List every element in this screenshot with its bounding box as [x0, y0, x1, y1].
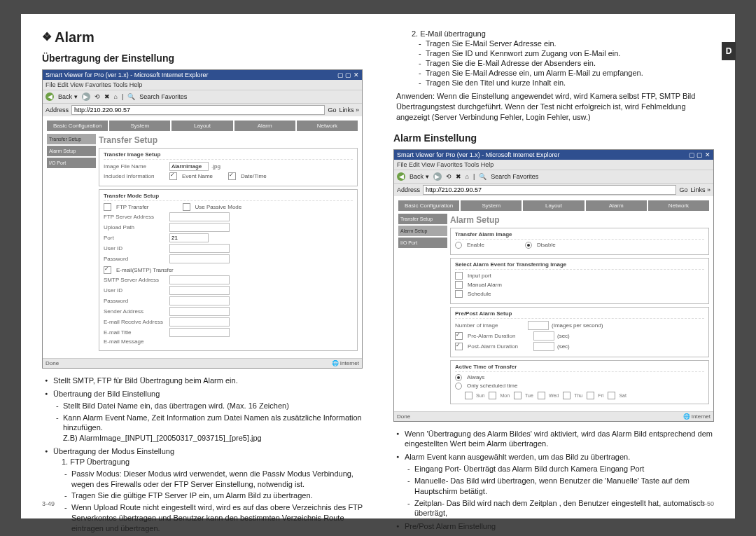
smtp-pass-input[interactable] — [169, 296, 230, 305]
pre-alarm-input[interactable] — [533, 331, 554, 341]
radio-enable[interactable] — [455, 242, 462, 249]
stop-icon[interactable]: ✖ — [104, 93, 110, 100]
search-icon[interactable]: 🔍 — [479, 173, 486, 180]
refresh-icon[interactable]: ⟲ — [446, 173, 451, 180]
refresh-icon[interactable]: ⟲ — [94, 93, 100, 100]
ftp-server-input[interactable] — [169, 212, 230, 221]
radio-scheduled[interactable] — [455, 383, 462, 390]
smtp-receiver-input[interactable] — [169, 317, 230, 327]
url-input[interactable] — [423, 185, 676, 195]
panel-prepost: Pre/Post Alarm Setup Number of image(Ima… — [450, 307, 709, 357]
page-number-left: 3-49 — [42, 500, 55, 507]
section-heading-transfer: Übertragung der Einstellung — [42, 53, 363, 64]
window-controls[interactable]: ▢ ▢ ✕ — [337, 71, 359, 78]
tab-basic[interactable]: Basic Configuration — [47, 121, 108, 131]
left-bullets: Stellt SMTP, FTP für Bild Übertragung be… — [42, 376, 363, 532]
go-button[interactable]: Go — [328, 106, 336, 114]
url-input[interactable] — [71, 105, 325, 115]
browser-toolbar[interactable]: ◀ Back ▾ ▶ ⟲ ✖ ⌂ | 🔍 Search Favorites — [394, 170, 713, 183]
section-heading-alarm: Alarm Einstellung — [393, 132, 714, 144]
sidebar-item-transfer[interactable]: Transfer Setup — [398, 214, 447, 224]
checkbox-schedule[interactable] — [455, 290, 463, 298]
checkbox-smtp[interactable] — [104, 266, 111, 274]
checkbox-post-alarm[interactable] — [455, 343, 463, 350]
tab-alarm[interactable]: Alarm — [586, 200, 647, 211]
forward-icon[interactable]: ▶ — [82, 92, 90, 101]
go-button[interactable]: Go — [679, 186, 687, 193]
internet-icon: 🌐 — [683, 413, 690, 420]
sidebar-item-alarm[interactable]: Alarm Setup — [398, 226, 447, 236]
back-icon[interactable]: ◀ — [397, 172, 405, 181]
page-title: ❖Alarm — [42, 29, 363, 46]
panel-transfer-alarm-image: Transfer Alarm Image Enable Disable — [450, 228, 709, 255]
page-number-right: 3-50 — [701, 500, 714, 507]
content-title: Alarm Setup — [450, 215, 709, 225]
sidebar-item-transfer[interactable]: Transfer Setup — [47, 134, 96, 144]
window-title-bar: Smart Viewer for Pro (ver 1.x) - Microso… — [394, 150, 713, 160]
home-icon[interactable]: ⌂ — [465, 173, 469, 180]
post-alarm-input[interactable] — [533, 342, 554, 351]
browser-menu[interactable]: File Edit View Favorites Tools Help — [43, 80, 362, 90]
checkbox-input-port[interactable] — [455, 272, 463, 280]
tab-network[interactable]: Network — [648, 200, 709, 211]
smtp-user-input[interactable] — [169, 286, 230, 295]
num-image-input[interactable] — [528, 321, 549, 330]
upload-path-input[interactable] — [169, 223, 230, 232]
tab-system[interactable]: System — [109, 121, 170, 131]
panel-image-setup: Transfer Image Setup Image File Name .jp… — [99, 148, 358, 186]
address-bar[interactable]: Address Go Links » — [394, 183, 713, 196]
radio-always[interactable] — [455, 374, 462, 381]
search-icon[interactable]: 🔍 — [127, 93, 135, 100]
home-icon[interactable]: ⌂ — [114, 93, 118, 100]
checkbox-event-name[interactable] — [169, 172, 177, 180]
forward-icon[interactable]: ▶ — [433, 172, 442, 181]
radio-disable[interactable] — [525, 242, 532, 249]
sidebar-item-ioport[interactable]: I/O Port — [398, 238, 447, 248]
tab-basic[interactable]: Basic Configuration — [398, 200, 459, 211]
tab-system[interactable]: System — [461, 200, 522, 211]
stop-icon[interactable]: ✖ — [456, 173, 461, 180]
ftp-port-input[interactable] — [169, 233, 209, 242]
image-filename-input[interactable] — [169, 162, 209, 171]
tab-network[interactable]: Network — [297, 121, 358, 131]
panel-active-time: Active Time of Transfer Always Only sche… — [450, 360, 709, 404]
browser-alarm: Smart Viewer for Pro (ver 1.x) - Microso… — [393, 149, 714, 422]
content-title: Transfer Setup — [99, 135, 358, 145]
browser-menu[interactable]: File Edit View Favorites Tools Help — [394, 160, 713, 170]
smtp-server-input[interactable] — [169, 275, 230, 284]
panel-select-event: Select Alarm Event for Transferring Imag… — [450, 258, 709, 304]
browser-toolbar[interactable]: ◀ Back ▾ ▶ ⟲ ✖ ⌂ | 🔍 Search Favorites — [43, 90, 362, 103]
ftp-pass-input[interactable] — [169, 254, 230, 263]
smtp-sender-input[interactable] — [169, 307, 230, 316]
browser-transfer: Smart Viewer for Pro (ver 1.x) - Microso… — [42, 69, 363, 369]
ftp-user-input[interactable] — [169, 244, 230, 253]
tab-alarm[interactable]: Alarm — [234, 121, 295, 131]
panel-mode-setup: Transfer Mode Setup FTP Transfer Use Pas… — [99, 189, 358, 351]
checkbox-ftp[interactable] — [104, 203, 111, 211]
back-icon[interactable]: ◀ — [46, 92, 54, 101]
window-controls[interactable]: ▢ ▢ ✕ — [689, 151, 710, 158]
sidebar-item-alarm[interactable]: Alarm Setup — [47, 146, 96, 156]
tab-layout[interactable]: Layout — [172, 121, 232, 131]
internet-icon: 🌐 — [332, 360, 339, 366]
edge-tab-d: D — [722, 42, 736, 60]
tab-layout[interactable]: Layout — [523, 200, 584, 211]
right-bullets: Wenn 'Übertragung des Alarm Bildes' wird… — [393, 429, 714, 532]
checkbox-datetime[interactable] — [228, 172, 236, 180]
checkbox-pre-alarm[interactable] — [455, 332, 463, 340]
checkbox-manual[interactable] — [455, 281, 463, 289]
address-bar[interactable]: Address Go Links » — [43, 103, 362, 116]
sidebar-item-ioport[interactable]: I/O Port — [47, 158, 96, 168]
checkbox-passive[interactable] — [183, 203, 190, 211]
smtp-title-input[interactable] — [169, 328, 230, 337]
toolbar-label: Back ▾ — [58, 93, 78, 100]
window-title-bar: Smart Viewer for Pro (ver 1.x) - Microso… — [43, 70, 362, 80]
